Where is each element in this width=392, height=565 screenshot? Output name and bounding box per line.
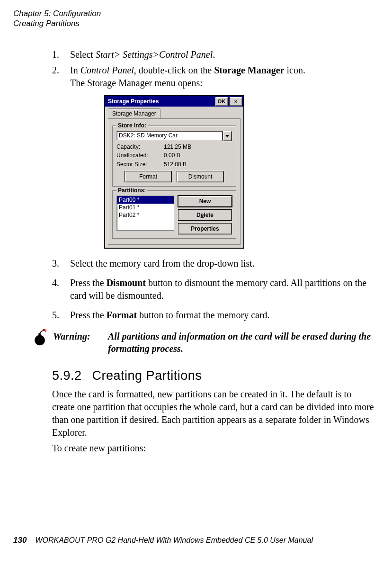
group-title: Store Info: [116, 122, 148, 129]
step-number: 5. [52, 309, 59, 322]
step-number: 4. [52, 277, 59, 289]
unallocated-value: 0.00 B [164, 152, 232, 159]
step-number: 1. [52, 48, 59, 61]
warning-block: Warning: All partitions and information … [31, 330, 374, 355]
header-chapter: Chapter 5: Configuration [13, 9, 101, 18]
step-text: In Control Panel, double-click on the St… [70, 65, 305, 88]
text: Press the [70, 278, 107, 288]
ok-button[interactable]: OK [215, 97, 228, 106]
group-title: Partitions: [116, 187, 147, 194]
sector-row: Sector Size: 512.00 B [116, 161, 232, 168]
text: The Storage Manager menu opens: [70, 78, 203, 88]
page-footer: 130 WORKABOUT PRO G2 Hand-Held With Wind… [13, 536, 313, 545]
step-text: Select Start> Settings>Control Panel. [70, 49, 215, 60]
step-4: 4. Press the Dismount button to dismount… [52, 277, 374, 302]
unallocated-row: Unallocated: 0.00 B [116, 152, 232, 159]
capacity-value: 121.25 MB [164, 143, 232, 151]
unallocated-label: Unallocated: [116, 152, 164, 159]
combo-dropdown-button[interactable] [223, 131, 232, 141]
svg-line-5 [42, 329, 44, 330]
header-section: Creating Partitions [13, 18, 101, 28]
list-item[interactable]: Part01 * [117, 204, 174, 211]
partition-buttons: New Delete Properties [178, 196, 232, 234]
text: , double-click on the [134, 65, 214, 75]
store-info-group: Store Info: DSK2: SD Memory Car Capacity… [112, 126, 236, 187]
step-number: 3. [52, 257, 59, 270]
section-heading: 5.9.2Creating Partitions [52, 367, 374, 384]
text-bold: Storage Manager [214, 65, 284, 75]
delete-button[interactable]: Delete [178, 209, 232, 221]
partitions-row: Part00 * Part01 * Part02 * New Delete Pr… [116, 196, 232, 234]
text-bold: Format [107, 310, 137, 320]
page: Chapter 5: Configuration Creating Partit… [0, 0, 392, 565]
step-1: 1. Select Start> Settings>Control Panel. [52, 48, 374, 61]
text: Press the [70, 310, 107, 320]
step-3: 3. Select the memory card from the drop-… [52, 257, 374, 270]
paragraph: Once the card is formatted, new partitio… [52, 388, 374, 439]
text: icon. [285, 65, 305, 75]
step-text: Press the Dismount button to dismount th… [70, 278, 366, 301]
section-number: 5.9.2 [52, 368, 82, 383]
title-bar: Storage Properties OK × [105, 96, 243, 107]
storage-properties-window: Storage Properties OK × Storage Manager … [104, 95, 244, 249]
sector-label: Sector Size: [116, 161, 164, 168]
text-italic: Control Panel [80, 65, 134, 75]
format-button[interactable]: Format [125, 171, 172, 182]
chevron-down-icon [225, 135, 229, 137]
warning-text: All partitions and information on the ca… [108, 330, 374, 355]
store-selected: DSK2: SD Memory Car [116, 131, 223, 140]
step-number: 2. [52, 64, 59, 77]
step-5: 5. Press the Format button to format the… [52, 309, 374, 322]
partitions-group: Partitions: Part00 * Part01 * Part02 * N… [112, 190, 236, 239]
text: In [70, 65, 80, 75]
sector-value: 512.00 B [164, 161, 232, 168]
tab-strip: Storage Manager [105, 107, 243, 118]
paragraph: To create new partitions: [52, 442, 374, 455]
text: button to format the memory card. [137, 310, 269, 320]
body-content: 1. Select Start> Settings>Control Panel.… [52, 48, 374, 457]
store-combobox[interactable]: DSK2: SD Memory Car [116, 131, 232, 141]
step-text: Select the memory card from the drop-dow… [70, 258, 255, 269]
step-2: 2. In Control Panel, double-click on the… [52, 64, 374, 90]
warning-label: Warning: [53, 330, 108, 343]
step-text: Press the Format button to format the me… [70, 310, 270, 320]
tab-storage-manager[interactable]: Storage Manager [108, 108, 160, 118]
list-item[interactable]: Part02 * [117, 211, 174, 219]
text-bold: Dismount [107, 278, 146, 288]
bomb-icon [31, 329, 48, 350]
text-italic: Start> Settings>Control Panel [96, 49, 213, 60]
svg-point-0 [35, 335, 45, 345]
screenshot: Storage Properties OK × Storage Manager … [104, 95, 374, 249]
capacity-label: Capacity: [116, 143, 164, 151]
properties-button[interactable]: Properties [178, 223, 232, 234]
text: . [213, 49, 215, 60]
text: Select [70, 49, 96, 60]
svg-rect-1 [38, 333, 41, 336]
tab-panel: Store Info: DSK2: SD Memory Car Capacity… [108, 118, 241, 245]
capacity-row: Capacity: 121.25 MB [116, 143, 232, 151]
page-number: 130 [13, 536, 27, 545]
list-item[interactable]: Part00 * [117, 196, 174, 204]
window-title: Storage Properties [108, 98, 214, 105]
new-button[interactable]: New [178, 196, 232, 207]
partitions-listbox[interactable]: Part00 * Part01 * Part02 * [116, 196, 174, 231]
section-title: Creating Partitions [92, 368, 202, 383]
running-header: Chapter 5: Configuration Creating Partit… [13, 9, 101, 29]
delete-rest: lete [204, 211, 214, 219]
dismount-button[interactable]: Dismount [177, 171, 224, 182]
store-buttons: Format Dismount [116, 171, 232, 182]
close-button[interactable]: × [229, 97, 242, 106]
footer-text: WORKABOUT PRO G2 Hand-Held With Windows … [35, 536, 313, 545]
